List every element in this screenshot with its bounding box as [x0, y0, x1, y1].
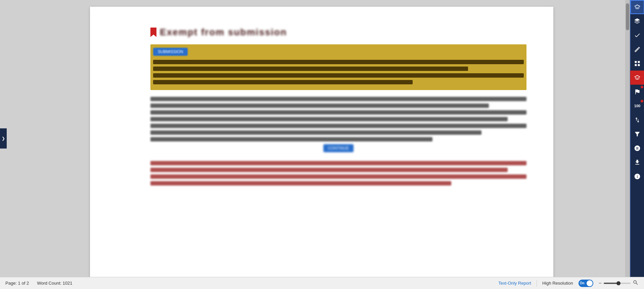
- text-line: [150, 161, 526, 165]
- document-title: Exempt from submission: [160, 27, 287, 38]
- text-line: [153, 60, 524, 64]
- text-line: [150, 174, 526, 179]
- download-button[interactable]: [630, 155, 644, 169]
- title-area: Exempt from submission: [150, 27, 526, 38]
- text-line: [150, 117, 508, 121]
- ban-button[interactable]: [630, 141, 644, 155]
- check-button[interactable]: [630, 28, 644, 42]
- main-area: ❯ Exempt from submission SUBMISSION: [0, 0, 644, 277]
- zoom-controls: −: [599, 280, 639, 287]
- red-cap-button[interactable]: [630, 71, 644, 85]
- flag-icon: [634, 88, 641, 95]
- high-resolution-toggle[interactable]: On: [579, 280, 593, 287]
- document-viewer: Exempt from submission SUBMISSION: [0, 0, 630, 277]
- score-button[interactable]: 100: [630, 99, 644, 113]
- page-label: Page: 1 of 2: [5, 281, 29, 286]
- check-icon: [634, 32, 641, 39]
- text-only-report-link[interactable]: Text-Only Report: [498, 281, 531, 286]
- text-line: [153, 80, 413, 84]
- grid-button[interactable]: [630, 56, 644, 71]
- continue-button[interactable]: CONTINUE: [323, 144, 354, 152]
- text-line: [150, 110, 526, 115]
- status-bar: Page: 1 of 2 Word Count: 1021 Text-Only …: [0, 277, 644, 289]
- score-badge: [641, 100, 643, 102]
- download-icon: [634, 159, 641, 166]
- button-row-1: SUBMISSION: [153, 48, 524, 58]
- scrollbar[interactable]: [625, 0, 630, 277]
- right-toolbar: 100: [630, 0, 644, 277]
- info-icon: [634, 173, 641, 180]
- text-line: [150, 137, 432, 141]
- text-line: [153, 73, 524, 78]
- paragraph-3: [150, 161, 526, 185]
- zoom-in-button[interactable]: [633, 280, 639, 287]
- wordcount-label: Word Count: 1021: [37, 281, 72, 286]
- stack-icon: [634, 18, 641, 25]
- flag-badge: [641, 86, 643, 88]
- paragraph-2: CONTINUE: [150, 97, 526, 154]
- edit-icon: [634, 46, 641, 53]
- text-line: [150, 168, 508, 172]
- toggle-on-text: On: [580, 281, 585, 285]
- zoom-slider-thumb[interactable]: [616, 281, 620, 285]
- edit-button[interactable]: [630, 42, 644, 56]
- toggle-knob: [587, 280, 593, 286]
- high-resolution-label: High Resolution: [542, 281, 573, 286]
- search-zoom-icon: [633, 280, 639, 286]
- text-line: [150, 97, 526, 101]
- toggle-container: On: [579, 280, 593, 287]
- scrollbar-thumb[interactable]: [626, 3, 629, 30]
- red-bookmark-icon: [150, 28, 156, 37]
- text-line: [150, 130, 481, 135]
- grid-icon: [634, 60, 641, 67]
- sort-icon: [634, 117, 641, 123]
- left-sidebar-toggle[interactable]: ❯: [0, 128, 7, 149]
- zoom-slider-fill: [604, 283, 617, 284]
- text-line: [150, 181, 451, 185]
- info-button[interactable]: [630, 169, 644, 183]
- flag-button[interactable]: [630, 85, 644, 99]
- text-line: [150, 124, 526, 128]
- score-label: 100: [634, 104, 640, 108]
- sort-button[interactable]: [630, 113, 644, 127]
- text-line: [153, 67, 468, 71]
- graduation-cap-icon: [634, 4, 641, 10]
- paragraph-1-highlighted: SUBMISSION: [150, 44, 526, 90]
- stack-button[interactable]: [630, 14, 644, 28]
- text-line: [150, 104, 489, 108]
- red-cap-icon: [634, 74, 641, 81]
- left-toggle-icon: ❯: [2, 136, 5, 141]
- document-page: Exempt from submission SUBMISSION: [90, 7, 553, 277]
- filter-button[interactable]: [630, 127, 644, 141]
- zoom-out-button[interactable]: −: [599, 280, 602, 286]
- filter-icon: [634, 131, 641, 137]
- zoom-slider[interactable]: [604, 283, 631, 284]
- divider-1: [537, 280, 537, 287]
- submission-button-1[interactable]: SUBMISSION: [153, 48, 188, 56]
- layers-button[interactable]: [630, 0, 644, 14]
- ban-icon: [634, 145, 641, 152]
